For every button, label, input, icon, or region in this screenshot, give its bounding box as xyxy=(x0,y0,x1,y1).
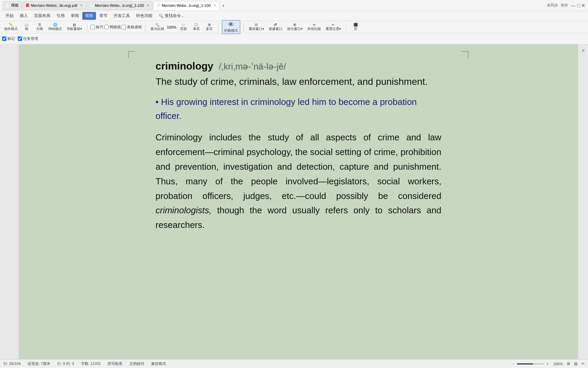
read-mode-label: 阅 xyxy=(25,27,28,31)
layout-icon[interactable]: ⊞ xyxy=(567,362,570,366)
status-proofread[interactable]: 文档校对 xyxy=(129,361,144,366)
btn-outline[interactable]: ☰ 大纲 xyxy=(33,22,46,32)
toolbar-row1: ✏️ 创作模式 📖 阅 ☰ 大纲 🌐 Web视式 ▤ 导航窗格▾ 标尺 网格线 xyxy=(0,21,588,33)
tab-template-label: 模板 xyxy=(11,3,19,8)
menu-view[interactable]: 视图 xyxy=(82,12,96,20)
checkbox-grid[interactable]: 网格线 xyxy=(104,25,121,30)
status-settings: 设置值: 7厘米 xyxy=(28,361,50,366)
zoom-bar xyxy=(517,363,544,365)
zoom-slider-area[interactable]: － ＋ xyxy=(512,361,549,366)
new-tab-button[interactable]: + xyxy=(220,3,227,8)
menu-layout[interactable]: 页面布局 xyxy=(31,12,53,20)
window-group: ⊟ 重排窗口▾ 🗗 新建窗口 ⊞ 拆分窗口▾ ⇔ 并排比较 ↩ 重置位置▾ xyxy=(247,22,343,32)
tab-doc3-close[interactable]: ✕ xyxy=(213,3,216,7)
status-wordcount: 字数: 11201 xyxy=(81,361,101,366)
table-border-checkbox[interactable] xyxy=(121,25,126,29)
zoom-plus[interactable]: ＋ xyxy=(545,361,549,366)
page-icon: □ xyxy=(182,23,184,27)
macro-btn[interactable]: ⬛ 宏 xyxy=(349,22,362,32)
status-spell[interactable]: 拼写检查 xyxy=(108,361,122,366)
eye-protect-label: 护眼模式 xyxy=(224,28,238,33)
split-window-icon: ⊞ xyxy=(293,23,296,27)
menu-references[interactable]: 引用 xyxy=(54,12,67,20)
menu-review[interactable]: 审阅 xyxy=(68,12,82,20)
single-icon: ☐ xyxy=(195,23,198,27)
view-mode-group: ✏️ 创作模式 📖 阅 ☰ 大纲 🌐 Web视式 ▤ 导航窗格▾ xyxy=(2,22,84,32)
status-bar: 行: 36/104 设置值: 7厘米 行: 9 列: 3 字数: 11201 拼… xyxy=(0,359,588,368)
tab-pdf-close[interactable]: ✕ xyxy=(80,3,83,7)
tab-pdf-label: Merriam-Webst...lib.org).pdf xyxy=(31,3,77,7)
menu-insert[interactable]: 插入 xyxy=(17,12,31,20)
side-by-side-icon: ⇔ xyxy=(313,23,315,27)
multi-page-btn[interactable]: ⊞ 多页 xyxy=(203,22,215,32)
checkbox-table-border[interactable]: 表格虚框 xyxy=(121,25,142,30)
menu-bar: 开始 插入 页面布局 引用 审阅 视图 章节 开发工具 特色功能 🔍 查找命令.… xyxy=(0,11,588,21)
zoom-button[interactable]: 🔍 显示比例 xyxy=(148,22,166,32)
menu-search[interactable]: 🔍 查找命令... xyxy=(156,12,187,20)
menu-section[interactable]: 章节 xyxy=(97,12,110,20)
multi-label: 多页 xyxy=(206,27,213,31)
title-bar: 📄 模板 📕 Merriam-Webst...lib.org).pdf ✕ 📄 … xyxy=(0,0,588,11)
status-position: 行: 36/104 xyxy=(3,361,21,366)
checkbox-task[interactable]: 任务管理 xyxy=(18,36,38,41)
sep4 xyxy=(243,23,244,31)
zoom-percent: 180% xyxy=(553,362,563,366)
document-area[interactable]: criminology /ˌkriˌmə-ˈnä-lə-jē/ The stud… xyxy=(19,44,578,359)
menu-devtools[interactable]: 开发工具 xyxy=(111,12,133,20)
task-checkbox[interactable] xyxy=(18,36,22,41)
zoom-icon: 🔍 xyxy=(155,23,159,27)
ruler-checkbox[interactable] xyxy=(91,25,95,29)
view-icon[interactable]: ▤ xyxy=(574,362,577,366)
checkbox-ruler[interactable]: 标尺 xyxy=(91,25,103,30)
edit-icon[interactable]: ✏ xyxy=(582,362,585,366)
split-window-label: 拆分窗口▾ xyxy=(287,27,303,31)
tab-template[interactable]: 📄 模板 xyxy=(3,1,22,10)
web-icon: 🌐 xyxy=(53,23,57,27)
word-title-line: criminology /ˌkriˌmə-ˈnä-lə-jē/ The stud… xyxy=(156,58,441,90)
page-view-btn[interactable]: □ 页面 xyxy=(177,22,190,32)
zoom-minus[interactable]: － xyxy=(512,361,516,366)
new-window-btn[interactable]: 🗗 新建窗口 xyxy=(267,22,284,32)
tab-doc3[interactable]: 📄 Merriam-Webs...b.org)_1-100 ✕ xyxy=(153,1,219,10)
outline-label: 大纲 xyxy=(36,27,43,31)
tab-pdf[interactable]: 📕 Merriam-Webst...lib.org).pdf ✕ xyxy=(22,1,86,10)
single-page-btn[interactable]: ☐ 单页 xyxy=(190,22,202,32)
eye-protect-icon: 👁 xyxy=(228,21,234,28)
tab-group: 📄 模板 📕 Merriam-Webst...lib.org).pdf ✕ 📄 … xyxy=(3,0,227,11)
mark-checkbox[interactable] xyxy=(2,36,6,41)
page-corner-top-right xyxy=(462,51,469,58)
tab-doc2[interactable]: 📄 Merriam-Webs...b.org)_1-100 ✕ xyxy=(86,1,152,10)
sep3 xyxy=(218,23,219,31)
zoom-group: 🔍 显示比例 100% □ 页面 ☐ 单页 ⊞ 多页 xyxy=(148,22,215,32)
zoom-bar-fill xyxy=(517,363,533,365)
split-equal-btn[interactable]: ⊟ 重排窗口▾ xyxy=(247,22,266,32)
reset-pos-btn[interactable]: ↩ 重置位置▾ xyxy=(324,22,343,32)
sep5 xyxy=(346,23,346,31)
sidebar-right-icon[interactable]: ≡ xyxy=(580,47,587,54)
new-window-icon: 🗗 xyxy=(274,23,277,27)
eye-protect-btn[interactable]: 👁 护眼模式 xyxy=(222,20,240,34)
side-by-side-btn[interactable]: ⇔ 并排比较 xyxy=(305,22,323,32)
tab-doc2-close[interactable]: ✕ xyxy=(147,3,149,7)
menu-features[interactable]: 特色功能 xyxy=(133,12,155,20)
btn-write-mode[interactable]: ✏️ 创作模式 xyxy=(2,22,20,32)
word-phonetic: /ˌkriˌmə-ˈnä-lə-jē/ xyxy=(219,60,286,74)
toolbar-row2: 标记 任务管理 xyxy=(0,33,588,44)
split-window-btn[interactable]: ⊞ 拆分窗口▾ xyxy=(285,22,305,32)
menu-start[interactable]: 开始 xyxy=(3,12,16,20)
word-headword: criminology xyxy=(156,58,213,74)
nav-pane-label: 导航窗格▾ xyxy=(67,27,82,31)
tab-doc2-label: Merriam-Webs...b.org)_1-100 xyxy=(95,3,144,7)
page-wrapper: criminology /ˌkriˌmə-ˈnä-lə-jē/ The stud… xyxy=(128,51,469,352)
nav-pane-icon: ▤ xyxy=(73,23,76,27)
checkbox-mark[interactable]: 标记 xyxy=(2,36,15,41)
main-area: criminology /ˌkriˌmə-ˈnä-lə-jē/ The stud… xyxy=(0,44,588,359)
zoom-label: 显示比例 xyxy=(150,27,164,31)
zoom-value: 100% xyxy=(167,25,176,29)
grid-checkbox[interactable] xyxy=(104,25,109,29)
btn-nav-pane[interactable]: ▤ 导航窗格▾ xyxy=(65,22,84,32)
btn-web[interactable]: 🌐 Web视式 xyxy=(46,22,64,32)
btn-read-mode[interactable]: 📖 阅 xyxy=(20,22,33,32)
reset-pos-icon: ↩ xyxy=(332,23,334,27)
outline-icon: ☰ xyxy=(38,23,41,27)
